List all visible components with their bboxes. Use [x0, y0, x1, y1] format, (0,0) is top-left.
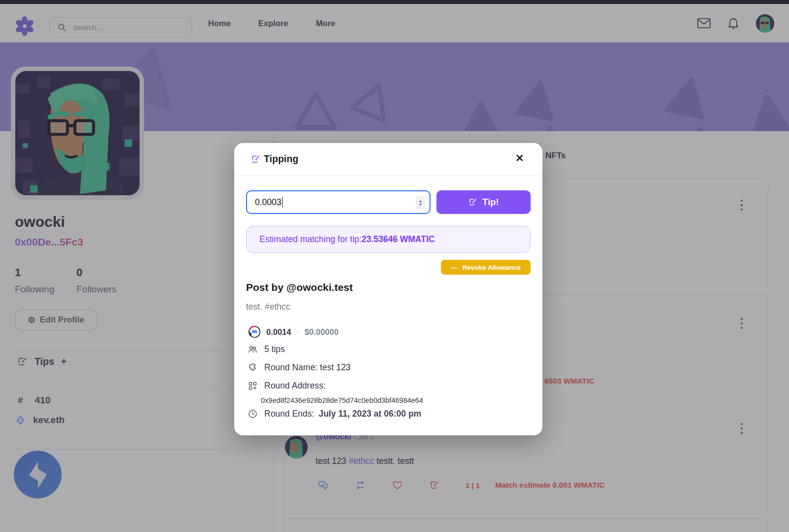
token-separator: · — [296, 327, 299, 336]
revoke-allowance-button[interactable]: — Revoke Allowance — [441, 260, 531, 275]
matching-estimate-box: Estimated matching for tip: 23.53646 WMA… — [246, 226, 531, 253]
clock-icon — [248, 409, 258, 419]
round-address-label: Round Address: — [264, 381, 326, 391]
tipping-modal: Tipping ✕ 0.0003 ▲▼ Tip! Estimated match… — [234, 143, 542, 435]
modal-header-divider — [234, 176, 542, 176]
number-spinner[interactable]: ▲▼ — [416, 196, 425, 209]
tip-icon — [251, 154, 261, 165]
revoke-allowance-label: Revoke Allowance — [463, 264, 521, 271]
page: Home Explore More — [0, 0, 789, 532]
token-amount: 0.0014 — [266, 327, 291, 337]
modal-post-title: Post by @owocki.test — [246, 282, 353, 293]
puzzle-icon — [248, 362, 258, 373]
modal-title: Tipping — [264, 153, 298, 165]
tip-button-label: Tip! — [482, 197, 499, 208]
matching-label: Estimated matching for tip: — [259, 234, 361, 245]
wmatic-token-icon — [248, 325, 261, 338]
tip-amount-input[interactable]: 0.0003 ▲▼ — [246, 190, 430, 214]
people-icon — [248, 344, 258, 355]
round-name: Round Name: test 123 — [264, 362, 351, 373]
tip-amount-value: 0.0003 — [255, 197, 282, 208]
tips-count-row: 5 tips — [248, 344, 285, 355]
round-address-value[interactable]: 0x9ed8f2436e928b28de75d74c0eb0d3bf46984e… — [261, 396, 423, 404]
close-icon[interactable]: ✕ — [515, 152, 524, 164]
grid-plus-icon — [248, 381, 258, 391]
modal-post-body: test. #ethcc — [246, 302, 290, 312]
round-address-row: Round Address: — [248, 381, 326, 391]
token-usd-value: $0.00000 — [305, 327, 339, 337]
round-ends-label: Round Ends: — [264, 409, 314, 419]
tips-count: 5 tips — [264, 344, 285, 355]
tip-button[interactable]: Tip! — [436, 190, 531, 214]
tip-icon — [468, 198, 477, 207]
token-amount-row: 0.0014 · $0.00000 — [248, 325, 339, 338]
minus-icon: — — [451, 264, 458, 271]
matching-value: 23.53646 WMATIC — [361, 234, 434, 245]
round-name-row: Round Name: test 123 — [248, 362, 351, 373]
round-ends-row: Round Ends: July 11, 2023 at 06:00 pm — [248, 409, 421, 419]
text-caret — [282, 197, 283, 208]
round-ends-value: July 11, 2023 at 06:00 pm — [319, 409, 421, 419]
